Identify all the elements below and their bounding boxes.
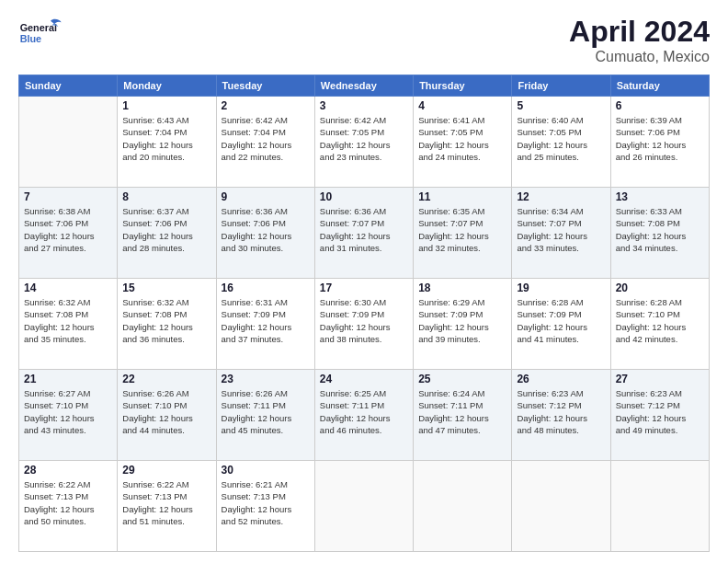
day-info: Sunrise: 6:39 AM Sunset: 7:06 PM Dayligh… [616, 114, 704, 163]
day-number: 23 [222, 373, 310, 385]
day-number: 13 [616, 190, 704, 203]
logo-icon: General Blue [18, 15, 64, 52]
calendar-day-cell: 19Sunrise: 6:28 AM Sunset: 7:09 PM Dayli… [512, 279, 610, 370]
weekday-header-sunday: Sunday [19, 75, 118, 97]
calendar-day-cell: 17Sunrise: 6:30 AM Sunset: 7:09 PM Dayli… [314, 279, 413, 370]
day-info: Sunrise: 6:28 AM Sunset: 7:09 PM Dayligh… [517, 296, 605, 345]
day-info: Sunrise: 6:24 AM Sunset: 7:11 PM Dayligh… [418, 387, 506, 436]
day-number: 26 [517, 373, 605, 385]
day-info: Sunrise: 6:35 AM Sunset: 7:07 PM Dayligh… [418, 205, 506, 254]
day-info: Sunrise: 6:43 AM Sunset: 7:04 PM Dayligh… [122, 114, 210, 163]
calendar-day-cell: 12Sunrise: 6:34 AM Sunset: 7:07 PM Dayli… [512, 188, 610, 279]
day-info: Sunrise: 6:32 AM Sunset: 7:08 PM Dayligh… [24, 296, 112, 345]
day-number: 28 [24, 464, 112, 477]
day-number: 8 [122, 190, 210, 203]
day-info: Sunrise: 6:40 AM Sunset: 7:05 PM Dayligh… [517, 114, 605, 163]
day-info: Sunrise: 6:30 AM Sunset: 7:09 PM Dayligh… [320, 296, 408, 345]
day-info: Sunrise: 6:31 AM Sunset: 7:09 PM Dayligh… [222, 296, 310, 345]
day-info: Sunrise: 6:23 AM Sunset: 7:12 PM Dayligh… [517, 387, 605, 436]
calendar-day-cell: 27Sunrise: 6:23 AM Sunset: 7:12 PM Dayli… [610, 370, 709, 461]
day-info: Sunrise: 6:26 AM Sunset: 7:10 PM Dayligh… [122, 387, 210, 436]
day-number: 29 [122, 464, 210, 477]
calendar-day-cell: 11Sunrise: 6:35 AM Sunset: 7:07 PM Dayli… [414, 188, 512, 279]
empty-cell [414, 461, 512, 552]
calendar-day-cell: 16Sunrise: 6:31 AM Sunset: 7:09 PM Dayli… [216, 279, 314, 370]
title-block: April 2024 Cumuato, Mexico [569, 15, 710, 65]
day-number: 27 [616, 373, 704, 385]
day-number: 1 [122, 99, 210, 112]
day-number: 30 [222, 464, 310, 477]
calendar-week-row: 14Sunrise: 6:32 AM Sunset: 7:08 PM Dayli… [19, 279, 710, 370]
day-info: Sunrise: 6:36 AM Sunset: 7:06 PM Dayligh… [222, 205, 310, 254]
calendar-day-cell: 1Sunrise: 6:43 AM Sunset: 7:04 PM Daylig… [118, 97, 216, 188]
day-number: 2 [222, 99, 310, 112]
calendar-day-cell: 6Sunrise: 6:39 AM Sunset: 7:06 PM Daylig… [610, 97, 709, 188]
calendar-day-cell: 13Sunrise: 6:33 AM Sunset: 7:08 PM Dayli… [610, 188, 709, 279]
page-title: April 2024 [569, 15, 710, 49]
calendar-day-cell: 24Sunrise: 6:25 AM Sunset: 7:11 PM Dayli… [314, 370, 413, 461]
empty-cell [314, 461, 413, 552]
page: General Blue April 2024 Cumuato, Mexico … [0, 0, 728, 563]
day-number: 9 [222, 190, 310, 203]
logo: General Blue [18, 15, 64, 52]
day-number: 25 [418, 373, 506, 385]
calendar-header-row: SundayMondayTuesdayWednesdayThursdayFrid… [19, 75, 710, 97]
calendar-day-cell: 20Sunrise: 6:28 AM Sunset: 7:10 PM Dayli… [610, 279, 709, 370]
calendar-day-cell: 28Sunrise: 6:22 AM Sunset: 7:13 PM Dayli… [19, 461, 118, 552]
calendar-table: SundayMondayTuesdayWednesdayThursdayFrid… [18, 75, 710, 552]
calendar-week-row: 1Sunrise: 6:43 AM Sunset: 7:04 PM Daylig… [19, 97, 710, 188]
day-number: 14 [24, 282, 112, 294]
weekday-header-monday: Monday [118, 75, 216, 97]
calendar-day-cell: 18Sunrise: 6:29 AM Sunset: 7:09 PM Dayli… [414, 279, 512, 370]
day-number: 4 [418, 99, 506, 112]
day-info: Sunrise: 6:37 AM Sunset: 7:06 PM Dayligh… [122, 205, 210, 254]
calendar-day-cell: 29Sunrise: 6:22 AM Sunset: 7:13 PM Dayli… [118, 461, 216, 552]
day-info: Sunrise: 6:41 AM Sunset: 7:05 PM Dayligh… [418, 114, 506, 163]
calendar-day-cell: 23Sunrise: 6:26 AM Sunset: 7:11 PM Dayli… [216, 370, 314, 461]
weekday-header-wednesday: Wednesday [314, 75, 413, 97]
calendar-day-cell: 22Sunrise: 6:26 AM Sunset: 7:10 PM Dayli… [118, 370, 216, 461]
day-number: 22 [122, 373, 210, 385]
empty-cell [19, 97, 118, 188]
calendar-day-cell: 15Sunrise: 6:32 AM Sunset: 7:08 PM Dayli… [118, 279, 216, 370]
day-info: Sunrise: 6:36 AM Sunset: 7:07 PM Dayligh… [320, 205, 408, 254]
calendar-day-cell: 9Sunrise: 6:36 AM Sunset: 7:06 PM Daylig… [216, 188, 314, 279]
calendar-day-cell: 3Sunrise: 6:42 AM Sunset: 7:05 PM Daylig… [314, 97, 413, 188]
calendar-week-row: 28Sunrise: 6:22 AM Sunset: 7:13 PM Dayli… [19, 461, 710, 552]
header: General Blue April 2024 Cumuato, Mexico [18, 15, 710, 65]
day-info: Sunrise: 6:29 AM Sunset: 7:09 PM Dayligh… [418, 296, 506, 345]
calendar-day-cell: 26Sunrise: 6:23 AM Sunset: 7:12 PM Dayli… [512, 370, 610, 461]
weekday-header-saturday: Saturday [610, 75, 709, 97]
calendar-day-cell: 25Sunrise: 6:24 AM Sunset: 7:11 PM Dayli… [414, 370, 512, 461]
day-number: 16 [222, 282, 310, 294]
calendar-day-cell: 10Sunrise: 6:36 AM Sunset: 7:07 PM Dayli… [314, 188, 413, 279]
day-info: Sunrise: 6:26 AM Sunset: 7:11 PM Dayligh… [222, 387, 310, 436]
weekday-header-friday: Friday [512, 75, 610, 97]
calendar-day-cell: 8Sunrise: 6:37 AM Sunset: 7:06 PM Daylig… [118, 188, 216, 279]
day-info: Sunrise: 6:32 AM Sunset: 7:08 PM Dayligh… [122, 296, 210, 345]
calendar-day-cell: 2Sunrise: 6:42 AM Sunset: 7:04 PM Daylig… [216, 97, 314, 188]
day-info: Sunrise: 6:22 AM Sunset: 7:13 PM Dayligh… [122, 478, 210, 527]
calendar-day-cell: 21Sunrise: 6:27 AM Sunset: 7:10 PM Dayli… [19, 370, 118, 461]
day-info: Sunrise: 6:23 AM Sunset: 7:12 PM Dayligh… [616, 387, 704, 436]
day-number: 18 [418, 282, 506, 294]
day-number: 3 [320, 99, 408, 112]
day-number: 20 [616, 282, 704, 294]
day-number: 21 [24, 373, 112, 385]
day-info: Sunrise: 6:34 AM Sunset: 7:07 PM Dayligh… [517, 205, 605, 254]
day-number: 15 [122, 282, 210, 294]
day-number: 11 [418, 190, 506, 203]
day-number: 12 [517, 190, 605, 203]
day-info: Sunrise: 6:38 AM Sunset: 7:06 PM Dayligh… [24, 205, 112, 254]
day-number: 7 [24, 190, 112, 203]
calendar-day-cell: 5Sunrise: 6:40 AM Sunset: 7:05 PM Daylig… [512, 97, 610, 188]
day-number: 17 [320, 282, 408, 294]
day-info: Sunrise: 6:42 AM Sunset: 7:05 PM Dayligh… [320, 114, 408, 163]
day-info: Sunrise: 6:22 AM Sunset: 7:13 PM Dayligh… [24, 478, 112, 527]
svg-text:Blue: Blue [20, 33, 41, 44]
page-subtitle: Cumuato, Mexico [569, 49, 710, 65]
weekday-header-thursday: Thursday [414, 75, 512, 97]
day-number: 19 [517, 282, 605, 294]
day-info: Sunrise: 6:33 AM Sunset: 7:08 PM Dayligh… [616, 205, 704, 254]
empty-cell [512, 461, 610, 552]
